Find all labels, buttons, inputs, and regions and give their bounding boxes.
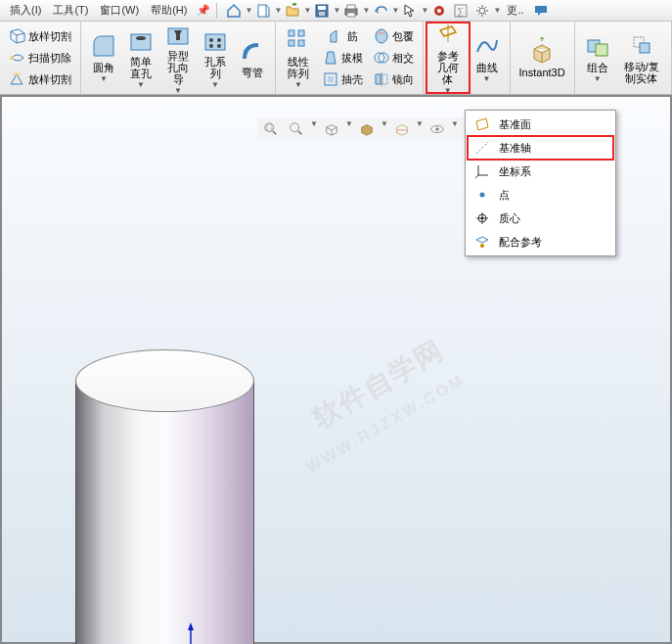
linear-pattern-icon [285, 26, 312, 54]
move-copy-button[interactable]: 移动/复制实体 [616, 23, 667, 92]
centroid-icon [473, 209, 491, 227]
hide-show-icon[interactable] [427, 119, 447, 139]
view-orientation-icon[interactable] [322, 119, 341, 139]
dd-arrow[interactable]: ▼ [362, 6, 370, 15]
btn-label: 包覆 [392, 29, 414, 44]
chat-icon[interactable] [532, 2, 550, 20]
menu-tools[interactable]: 工具(T) [47, 1, 94, 20]
watermark-text: 软件自学网 [306, 332, 452, 437]
settings-icon[interactable] [473, 2, 491, 20]
svg-line-47 [298, 131, 302, 135]
ribbon-group-pattern: 线性阵列▼ 筋 拔模 抽壳 包覆 相交 镜向 [276, 22, 424, 94]
pin-icon[interactable]: 📌 [197, 4, 210, 17]
loft-cut-icon [9, 70, 26, 88]
zoom-fit-icon[interactable] [261, 119, 281, 139]
menu-help[interactable]: 帮助(H) [145, 1, 193, 20]
save-icon[interactable] [313, 2, 331, 20]
menu-more[interactable]: 更.. [501, 1, 529, 20]
dd-arrow[interactable]: ▼ [421, 6, 428, 15]
mirror-button[interactable]: 镜向 [371, 69, 416, 90]
hole-series-button[interactable]: 孔系列▼ [197, 23, 234, 92]
loft-cut2-button[interactable]: 放样切割 [7, 69, 73, 90]
btn-label: 简单直孔 [127, 56, 155, 79]
print-icon[interactable] [342, 2, 360, 20]
menu-window[interactable]: 窗口(W) [94, 1, 145, 20]
point-icon [473, 186, 491, 204]
svg-point-18 [209, 38, 213, 42]
btn-label: 参考几何体 [432, 50, 464, 85]
dd-arrow[interactable]: ▼ [451, 119, 459, 139]
dd-arrow[interactable]: ▼ [333, 6, 340, 15]
shape-hole-icon [164, 21, 192, 48]
instant3d-button[interactable]: Instant3D [515, 23, 570, 92]
dd-arrow: ▼ [294, 80, 302, 89]
dd-label: 坐标系 [499, 164, 531, 179]
sweep-cut-button[interactable]: 扫描切除 [7, 47, 73, 69]
dd-label: 点 [499, 188, 510, 203]
dd-arrow[interactable]: ▼ [345, 119, 353, 139]
shape-hole-button[interactable]: 异型孔向导▼ [159, 23, 197, 92]
svg-rect-6 [347, 13, 355, 17]
wrap-icon [373, 27, 390, 45]
dropdown-plane[interactable]: 基准面 [468, 113, 613, 136]
btn-label: 拔模 [341, 51, 363, 66]
undo-icon[interactable] [372, 2, 389, 20]
dropdown-point[interactable]: 点 [468, 183, 613, 207]
svg-line-44 [273, 131, 277, 135]
dropdown-materef[interactable]: 配合参考 [468, 230, 613, 253]
dd-arrow[interactable]: ▼ [391, 6, 399, 15]
wrap-button[interactable]: 包覆 [371, 25, 416, 47]
dd-arrow[interactable]: ▼ [245, 6, 252, 15]
dropdown-coord[interactable]: 坐标系 [468, 160, 613, 183]
equation-icon[interactable]: ∑ [452, 2, 470, 20]
dd-arrow[interactable]: ▼ [381, 119, 388, 139]
rebuild-icon[interactable] [430, 2, 448, 20]
dd-arrow: ▼ [100, 74, 108, 83]
new-icon[interactable] [254, 2, 272, 20]
combine-button[interactable]: 组合▼ [579, 23, 616, 92]
dd-arrow[interactable]: ▼ [274, 6, 282, 15]
dropdown-axis[interactable]: 基准轴 [468, 136, 613, 160]
section-view-icon[interactable] [392, 119, 412, 139]
zoom-window-icon[interactable] [287, 119, 306, 139]
loft-cut-button[interactable]: 放样切割 [7, 25, 73, 47]
btn-label: 相交 [392, 51, 414, 66]
svg-rect-0 [258, 5, 266, 17]
fillet-icon [90, 32, 117, 60]
draft-button[interactable]: 拔模 [320, 47, 365, 69]
select-icon[interactable] [401, 2, 419, 20]
svg-line-56 [475, 175, 478, 178]
dd-label: 质心 [499, 211, 520, 226]
btn-label: 曲线 [476, 62, 498, 73]
dd-arrow[interactable]: ▼ [310, 119, 318, 139]
dd-label: 配合参考 [499, 235, 542, 250]
svg-point-19 [217, 38, 221, 42]
linear-pattern-button[interactable]: 线性阵列▼ [280, 23, 317, 92]
btn-label: 扫描切除 [28, 51, 71, 66]
curve-button[interactable]: 曲线▼ [469, 23, 506, 92]
dropdown-centroid[interactable]: 质心 [468, 207, 613, 230]
sweep-cut-icon [9, 49, 26, 67]
ribbon-group-instant: Instant3D [511, 22, 575, 94]
home-icon[interactable] [225, 2, 243, 20]
dd-arrow[interactable]: ▼ [416, 119, 424, 139]
dd-arrow[interactable]: ▼ [493, 6, 501, 15]
btn-label: 异型孔向导 [164, 50, 192, 85]
svg-point-21 [217, 44, 221, 48]
bend-button[interactable]: 弯管 [234, 23, 271, 92]
display-style-icon[interactable] [357, 119, 377, 139]
fillet-button[interactable]: 圆角▼ [85, 23, 122, 92]
intersect-button[interactable]: 相交 [371, 47, 416, 69]
shell-button[interactable]: 抽壳 [320, 69, 365, 90]
open-icon[interactable] [284, 2, 301, 20]
ref-geom-button[interactable]: 参考几何体▼ [427, 23, 469, 92]
cylinder-model[interactable] [75, 349, 254, 644]
origin-triad [173, 621, 222, 644]
dd-arrow[interactable]: ▼ [303, 6, 311, 15]
svg-point-20 [209, 44, 213, 48]
menu-insert[interactable]: 插入(I) [4, 1, 47, 20]
dd-arrow: ▼ [594, 74, 602, 83]
btn-label: 镜向 [392, 72, 414, 87]
rib-button[interactable]: 筋 [326, 25, 360, 47]
hole-button[interactable]: 简单直孔▼ [122, 23, 159, 92]
